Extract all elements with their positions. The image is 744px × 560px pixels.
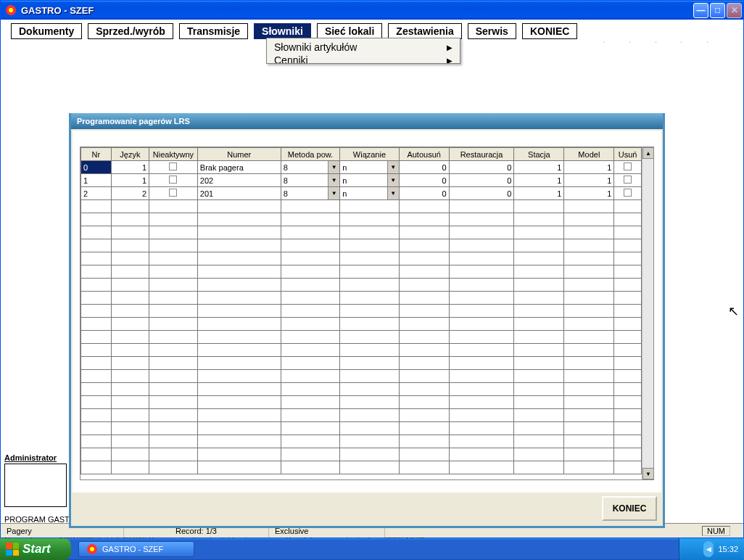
empty-cell[interactable] [197,396,281,409]
empty-cell[interactable] [614,252,642,265]
grid-header-cell[interactable]: Nieaktywny [149,148,198,161]
empty-cell[interactable] [399,422,449,435]
grid-header-cell[interactable]: Autousuń [399,148,449,161]
empty-cell[interactable] [564,279,614,292]
empty-cell[interactable] [149,370,198,383]
table-row-empty[interactable] [81,461,642,474]
empty-cell[interactable] [197,461,281,474]
cell-stacja[interactable]: 1 [514,187,564,200]
empty-cell[interactable] [81,305,112,318]
empty-cell[interactable] [149,357,198,370]
empty-cell[interactable] [614,279,642,292]
empty-cell[interactable] [514,200,564,213]
empty-cell[interactable] [514,213,564,226]
empty-cell[interactable] [514,422,564,435]
empty-cell[interactable] [149,396,198,409]
empty-cell[interactable] [111,213,149,226]
empty-cell[interactable] [564,435,614,448]
empty-cell[interactable] [149,318,198,331]
cell-stacja[interactable]: 1 [514,174,564,187]
empty-cell[interactable] [564,305,614,318]
empty-cell[interactable] [197,200,281,213]
table-row-empty[interactable] [81,396,642,409]
table-row-empty[interactable] [81,265,642,279]
cell-wiazanie[interactable]: n▼ [340,187,399,200]
table-row-empty[interactable] [81,422,642,435]
empty-cell[interactable] [614,396,642,409]
cell-jezyk[interactable]: 1 [111,174,149,187]
empty-cell[interactable] [197,357,281,370]
cell-wiazanie[interactable]: n▼ [340,174,399,187]
empty-cell[interactable] [81,370,112,383]
cell-nieaktywny[interactable] [149,161,198,174]
empty-cell[interactable] [197,448,281,461]
empty-cell[interactable] [514,265,564,279]
empty-cell[interactable] [197,370,281,383]
table-row-empty[interactable] [81,213,642,226]
empty-cell[interactable] [111,265,149,279]
empty-cell[interactable] [514,435,564,448]
table-row-empty[interactable] [81,318,642,331]
empty-cell[interactable] [614,344,642,357]
empty-cell[interactable] [340,435,399,448]
empty-cell[interactable] [149,448,198,461]
empty-cell[interactable] [614,383,642,396]
empty-cell[interactable] [197,252,281,265]
empty-cell[interactable] [111,370,149,383]
empty-cell[interactable] [514,331,564,344]
cell-nieaktywny[interactable] [149,187,198,200]
empty-cell[interactable] [449,370,514,383]
empty-cell[interactable] [564,213,614,226]
empty-cell[interactable] [81,239,112,252]
checkbox-icon[interactable] [169,189,177,197]
cell-usun[interactable] [614,174,642,187]
empty-cell[interactable] [281,448,339,461]
empty-cell[interactable] [564,265,614,279]
cell-nr[interactable]: 0 [81,161,112,174]
empty-cell[interactable] [340,279,399,292]
empty-cell[interactable] [149,409,198,422]
empty-cell[interactable] [614,370,642,383]
empty-cell[interactable] [399,292,449,305]
empty-cell[interactable] [614,409,642,422]
table-row-empty[interactable] [81,239,642,252]
empty-cell[interactable] [514,292,564,305]
cell-nr[interactable]: 1 [81,174,112,187]
empty-cell[interactable] [281,239,339,252]
empty-cell[interactable] [281,344,339,357]
empty-cell[interactable] [340,318,399,331]
empty-cell[interactable] [399,370,449,383]
empty-cell[interactable] [281,396,339,409]
empty-cell[interactable] [564,318,614,331]
empty-cell[interactable] [340,344,399,357]
empty-cell[interactable] [399,383,449,396]
empty-cell[interactable] [149,279,198,292]
empty-cell[interactable] [111,422,149,435]
empty-cell[interactable] [449,331,514,344]
empty-cell[interactable] [197,422,281,435]
empty-cell[interactable] [281,461,339,474]
empty-cell[interactable] [399,409,449,422]
empty-cell[interactable] [340,226,399,239]
empty-cell[interactable] [149,435,198,448]
minimize-button[interactable]: — [693,3,708,18]
empty-cell[interactable] [514,305,564,318]
dropdown-arrow-icon[interactable]: ▼ [328,174,339,186]
empty-cell[interactable] [197,344,281,357]
empty-cell[interactable] [281,213,339,226]
table-row-empty[interactable] [81,252,642,265]
start-button[interactable]: Start [0,538,71,560]
empty-cell[interactable] [614,357,642,370]
empty-cell[interactable] [514,279,564,292]
empty-cell[interactable] [281,357,339,370]
empty-cell[interactable] [449,213,514,226]
empty-cell[interactable] [81,409,112,422]
empty-cell[interactable] [399,279,449,292]
empty-cell[interactable] [514,357,564,370]
empty-cell[interactable] [564,383,614,396]
empty-cell[interactable] [111,305,149,318]
empty-cell[interactable] [149,200,198,213]
empty-cell[interactable] [149,226,198,239]
cell-autousun[interactable]: 0 [399,174,449,187]
empty-cell[interactable] [81,396,112,409]
